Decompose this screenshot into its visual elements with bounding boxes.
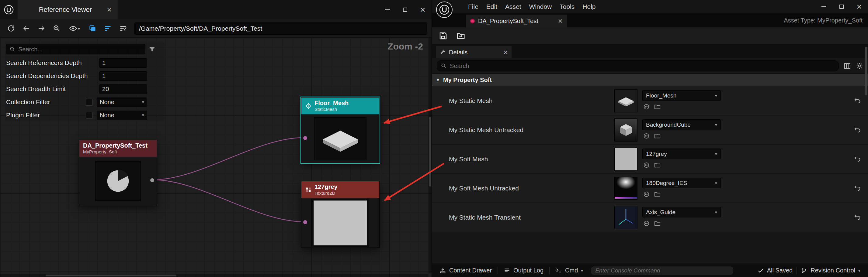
asset-dropdown-value: 180Degree_IES (646, 180, 687, 186)
tab-details[interactable]: Details × (436, 46, 512, 58)
asset-dropdown[interactable]: Axis_Guide ▾ (642, 207, 721, 217)
close-tab-icon[interactable]: × (107, 6, 112, 14)
status-bar: Content Drawer Output Log Cmd ▾ All Save… (432, 264, 868, 277)
graph-node-floor-mesh[interactable]: Floor_Mesh StaticMesh (301, 97, 379, 163)
asset-thumbnail-127grey[interactable] (614, 148, 638, 171)
close-button[interactable]: × (414, 0, 432, 20)
menu-help[interactable]: Help (579, 0, 599, 13)
chevron-down-icon: ▾ (142, 99, 144, 105)
collection-filter-checkbox[interactable] (86, 99, 93, 106)
browse-to-asset-icon[interactable] (654, 132, 661, 139)
reset-to-default-button[interactable] (854, 126, 861, 134)
graph-search-input[interactable] (18, 46, 142, 53)
graph-horizontal-scrollbar[interactable] (0, 274, 428, 277)
scrollbar-thumb[interactable] (429, 117, 431, 186)
maximize-button[interactable] (396, 0, 414, 20)
asset-dropdown[interactable]: Floor_Mesh ▾ (642, 90, 721, 101)
browse-to-asset-icon[interactable] (654, 162, 661, 169)
close-tab-icon[interactable]: × (503, 48, 508, 56)
graph-vertical-scrollbar[interactable] (429, 38, 432, 273)
menu-asset[interactable]: Asset (501, 0, 525, 13)
console-command-box[interactable] (591, 266, 734, 275)
tab-reference-viewer[interactable]: Reference Viewer × (18, 0, 118, 20)
reset-to-default-button[interactable] (854, 185, 861, 192)
referencers-depth-input[interactable] (99, 58, 147, 68)
node-subtitle: Texture2D (314, 191, 338, 196)
reset-to-default-button[interactable] (854, 214, 861, 221)
close-tab-icon[interactable]: × (558, 17, 563, 25)
browse-to-asset-icon[interactable] (654, 103, 661, 110)
details-scrollbar-thumb[interactable] (865, 47, 867, 95)
menu-edit[interactable]: Edit (483, 0, 501, 13)
section-my-property-soft[interactable]: ▾ My Property Soft (432, 73, 868, 86)
details-search-input[interactable] (450, 63, 835, 70)
use-selected-asset-icon[interactable] (643, 103, 650, 110)
scrollbar-thumb[interactable] (45, 275, 177, 276)
input-pin[interactable] (303, 136, 307, 140)
all-saved-button[interactable]: All Saved (753, 267, 797, 274)
collection-filter-select[interactable]: None ▾ (97, 98, 147, 107)
plugin-filter-checkbox[interactable] (86, 112, 93, 119)
dependencies-depth-input[interactable] (99, 71, 147, 81)
static-mesh-icon (305, 103, 312, 109)
graph-settings-panel: Search Referencers Depth Search Dependen… (5, 42, 164, 121)
gear-icon[interactable] (856, 62, 863, 70)
history-back-button[interactable] (20, 22, 33, 35)
all-saved-label: All Saved (767, 267, 793, 274)
expanded-triangle-icon: ▾ (437, 77, 439, 83)
asset-dropdown[interactable]: BackgroundCube ▾ (642, 119, 721, 130)
visibility-dropdown-button[interactable]: ▾ (65, 22, 84, 35)
reference-graph-canvas[interactable]: Zoom -2 Search Referencers Depth Search … (0, 38, 432, 277)
plugin-filter-select[interactable]: None ▾ (97, 110, 147, 120)
browse-to-asset-icon[interactable] (654, 220, 661, 227)
use-selected-asset-icon[interactable] (643, 162, 650, 169)
use-selected-asset-icon[interactable] (643, 132, 650, 139)
node-title: 127grey (314, 183, 338, 191)
sort-filter-button[interactable] (116, 22, 130, 35)
asset-path-input[interactable] (134, 23, 427, 35)
menu-window[interactable]: Window (525, 0, 556, 13)
filter-toggle-button[interactable] (101, 22, 114, 35)
console-command-input[interactable] (595, 267, 729, 274)
graph-search-box[interactable] (6, 44, 145, 55)
property-label: My Static Mesh Transient (449, 203, 521, 232)
maximize-button[interactable] (833, 0, 850, 13)
save-button[interactable] (436, 29, 450, 43)
browse-to-asset-icon[interactable] (654, 191, 661, 198)
asset-thumbnail-background-cube[interactable] (614, 118, 638, 142)
section-title: My Property Soft (443, 76, 492, 83)
refresh-button[interactable] (4, 22, 18, 35)
revision-control-button[interactable]: Revision Control ▾ (797, 267, 864, 274)
details-search-box[interactable] (437, 61, 839, 71)
chevron-down-icon: ▾ (715, 93, 717, 98)
graph-node-127grey[interactable]: 127grey Texture2D (301, 181, 379, 248)
duplicate-toggle-button[interactable] (86, 22, 99, 35)
history-forward-button[interactable] (35, 22, 48, 35)
output-pin[interactable] (150, 178, 154, 182)
use-selected-asset-icon[interactable] (643, 220, 650, 227)
output-log-button[interactable]: Output Log (500, 264, 548, 277)
menu-tools[interactable]: Tools (556, 0, 579, 13)
reset-to-default-button[interactable] (854, 155, 861, 163)
asset-dropdown[interactable]: 180Degree_IES ▾ (642, 178, 721, 188)
close-button[interactable]: × (850, 0, 868, 13)
asset-thumbnail-axis-guide[interactable] (614, 206, 638, 229)
asset-thumbnail-floor-mesh[interactable] (614, 89, 638, 112)
find-path-button[interactable] (50, 22, 63, 35)
content-drawer-button[interactable]: Content Drawer (436, 264, 496, 277)
graph-node-da-propertysoft-test[interactable]: DA_PropertySoft_Test MyProperty_Soft (79, 140, 157, 205)
asset-thumbnail-180degree-ies[interactable] (614, 177, 638, 200)
cmd-dropdown-button[interactable]: Cmd ▾ (551, 264, 587, 277)
browse-to-asset-button[interactable] (454, 29, 468, 43)
minimize-button[interactable] (815, 0, 833, 13)
use-selected-asset-icon[interactable] (643, 191, 650, 198)
reset-to-default-button[interactable] (854, 97, 861, 104)
asset-dropdown[interactable]: 127grey ▾ (642, 148, 721, 159)
column-view-icon[interactable] (844, 62, 851, 70)
menu-file[interactable]: File (464, 0, 483, 13)
input-pin[interactable] (303, 220, 307, 224)
minimize-button[interactable] (379, 0, 396, 20)
breadth-limit-input[interactable] (99, 84, 147, 94)
search-filter-icon[interactable] (148, 45, 156, 53)
tab-da-propertysoft-test[interactable]: DA_PropertySoft_Test × (466, 14, 567, 27)
